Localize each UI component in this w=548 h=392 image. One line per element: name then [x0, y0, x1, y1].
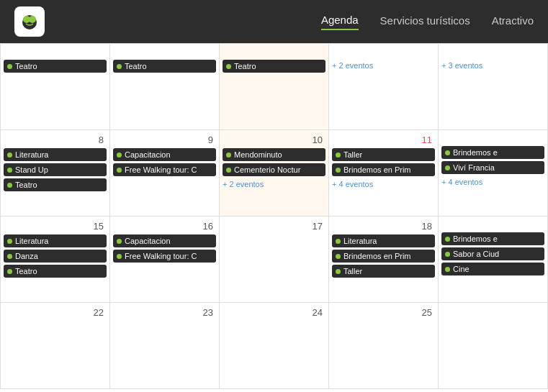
calendar-cell: + 3 eventos	[439, 44, 548, 130]
event-dot	[7, 183, 12, 188]
nav-agenda[interactable]: Agenda	[321, 14, 359, 30]
event-dot	[7, 269, 12, 274]
calendar-cell: Brindemos eViví Francia+ 4 eventos	[439, 130, 548, 216]
event-tag[interactable]: Teatro	[4, 265, 107, 278]
event-tag[interactable]: Cementerio Noctur	[223, 163, 325, 176]
event-label: Free Walking tour: C	[125, 252, 197, 260]
header: Agenda Servicios turísticos Atractivo	[0, 0, 548, 43]
event-dot	[445, 252, 450, 257]
calendar-cell: 11TallerBrindemos en Prim+ 4 eventos	[329, 130, 439, 216]
event-label: Brindemos e	[453, 234, 498, 243]
event-label: Viví Francia	[453, 163, 495, 172]
nav-links: Agenda Servicios turísticos Atractivo	[321, 14, 534, 30]
event-tag[interactable]: Free Walking tour: C	[113, 163, 216, 176]
event-dot	[336, 168, 341, 173]
event-dot	[445, 237, 450, 242]
event-tag[interactable]: Stand Up	[4, 163, 107, 176]
event-tag[interactable]: Brindemos en Prim	[332, 250, 435, 263]
event-dot	[226, 64, 231, 69]
event-dot	[117, 64, 122, 69]
calendar-cell: 9CapacitacionFree Walking tour: C	[110, 130, 220, 216]
event-tag[interactable]: Cine	[441, 263, 544, 275]
event-label: Brindemos en Prim	[343, 252, 411, 260]
event-label: Teatro	[234, 62, 256, 70]
event-dot	[7, 254, 12, 259]
event-tag[interactable]: Teatro	[113, 60, 216, 73]
event-tag[interactable]: Danza	[4, 250, 107, 263]
event-label: Brindemos e	[453, 148, 498, 157]
event-label: Cementerio Noctur	[234, 165, 300, 174]
event-tag[interactable]: Brindemos en Prim	[332, 163, 435, 176]
calendar-cell: 8LiteraturaStand UpTeatro	[1, 130, 110, 216]
event-dot	[445, 165, 450, 170]
event-dot	[117, 239, 122, 244]
event-dot	[117, 168, 122, 173]
event-label: Taller	[343, 267, 362, 275]
calendar-cell: 16CapacitacionFree Walking tour: C	[110, 216, 220, 303]
event-tag[interactable]: Capacitacion	[113, 234, 216, 247]
day-number: 11	[332, 133, 435, 148]
event-label: Brindemos en Prim	[343, 165, 411, 174]
event-tag[interactable]: Teatro	[4, 60, 107, 73]
event-tag[interactable]: Brindemos e	[441, 146, 544, 159]
event-label: Capacitacion	[125, 237, 171, 245]
more-events[interactable]: + 2 eventos	[223, 178, 325, 190]
more-events[interactable]: + 4 eventos	[332, 178, 435, 190]
nav-servicios[interactable]: Servicios turísticos	[380, 14, 470, 29]
day-number: 15	[4, 219, 107, 234]
more-events[interactable]: + 2 eventos	[332, 60, 435, 71]
calendar-cell: 17	[220, 216, 329, 303]
calendar-cell: 24	[220, 303, 329, 389]
event-tag[interactable]: Literatura	[4, 234, 107, 247]
event-tag[interactable]: Literatura	[4, 148, 107, 161]
calendar-cell: Brindemos eSabor a CiudCine	[439, 216, 548, 303]
event-label: Teatro	[15, 181, 37, 189]
event-label: Free Walking tour: C	[125, 165, 197, 174]
event-tag[interactable]: Taller	[332, 265, 435, 278]
event-dot	[226, 168, 231, 173]
event-dot	[336, 254, 341, 259]
event-dot	[445, 150, 450, 155]
event-dot	[7, 152, 12, 158]
event-tag[interactable]: Free Walking tour: C	[113, 250, 216, 263]
day-number: 17	[223, 219, 325, 234]
calendar-cell: Teatro	[220, 44, 329, 130]
event-tag[interactable]: Teatro	[223, 60, 325, 73]
event-dot	[336, 269, 341, 274]
event-tag[interactable]: Sabor a Ciud	[441, 247, 544, 260]
calendar: TeatroTeatroTeatro+ 2 eventos+ 3 eventos…	[0, 43, 548, 389]
event-tag[interactable]: Teatro	[4, 178, 107, 191]
calendar-cell	[439, 303, 548, 389]
day-number: 8	[4, 133, 107, 148]
more-events[interactable]: + 4 eventos	[441, 176, 544, 188]
more-events[interactable]: + 3 eventos	[441, 60, 544, 71]
day-number: 16	[113, 219, 216, 234]
event-label: Literatura	[343, 237, 377, 245]
calendar-cell: 23	[110, 303, 220, 389]
day-number: 25	[332, 306, 435, 321]
nav-atractivo[interactable]: Atractivo	[492, 14, 534, 29]
event-dot	[117, 152, 122, 158]
event-tag[interactable]: Viví Francia	[441, 161, 544, 174]
event-label: Teatro	[125, 62, 147, 70]
day-number: 18	[332, 219, 435, 234]
event-tag[interactable]: Literatura	[332, 234, 435, 247]
event-tag[interactable]: Brindemos e	[441, 232, 544, 245]
event-tag[interactable]: Mendominuto	[223, 148, 325, 161]
event-label: Danza	[15, 252, 38, 260]
calendar-cell: 10MendominutoCementerio Noctur+ 2 evento…	[220, 130, 329, 216]
event-label: Teatro	[15, 62, 37, 70]
event-label: Teatro	[15, 267, 37, 275]
logo-icon	[14, 6, 45, 37]
logo-area	[14, 6, 52, 37]
day-number: 10	[223, 133, 325, 148]
calendar-cell: 15LiteraturaDanzaTeatro	[1, 216, 110, 303]
event-label: Sabor a Ciud	[453, 250, 499, 258]
svg-point-2	[29, 16, 36, 23]
event-tag[interactable]: Taller	[332, 148, 435, 161]
calendar-cell: + 2 eventos	[329, 44, 439, 130]
calendar-cell: 22	[1, 303, 110, 389]
event-label: Literatura	[15, 150, 48, 159]
event-tag[interactable]: Capacitacion	[113, 148, 216, 161]
event-dot	[336, 239, 341, 244]
